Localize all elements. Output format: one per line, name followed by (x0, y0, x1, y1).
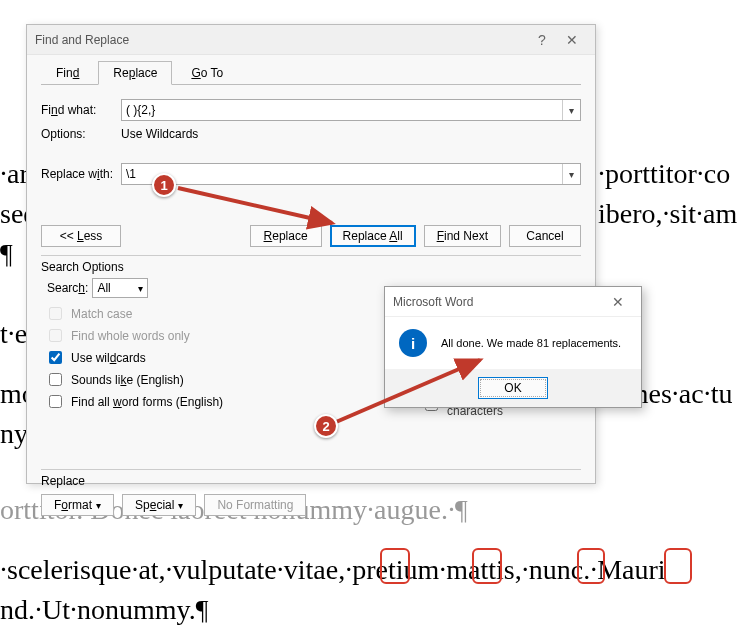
dialog-title: Find and Replace (35, 33, 527, 47)
highlight-box (380, 548, 410, 584)
replace-all-button[interactable]: Replace All (330, 225, 416, 247)
cancel-button[interactable]: Cancel (509, 225, 581, 247)
search-options-title: Search Options (41, 255, 581, 274)
message-title: Microsoft Word (393, 295, 603, 309)
doc-text-line: ·porttitor·co (598, 154, 730, 194)
callout-2: 2 (314, 414, 338, 438)
replace-with-input[interactable]: ▾ (121, 163, 581, 185)
tab-strip: Find Replace Go To (27, 55, 595, 85)
doc-text-line: ·scelerisque·at,·vulputate·vitae,·pretiu… (0, 550, 666, 590)
options-label: Options: (41, 127, 121, 141)
message-text: All done. We made 81 replacements. (441, 337, 621, 349)
doc-text-line: nd.·Ut·nonummy.¶ (0, 590, 208, 630)
ok-button[interactable]: OK (478, 377, 548, 399)
find-what-input[interactable]: ▾ (121, 99, 581, 121)
chevron-down-icon[interactable]: ▾ (562, 164, 580, 184)
find-what-label: Find what: (41, 103, 121, 117)
tab-replace[interactable]: Replace (98, 61, 172, 85)
tab-find[interactable]: Find (41, 61, 94, 85)
tab-goto[interactable]: Go To (176, 61, 238, 85)
search-direction-label: Search: (47, 281, 88, 295)
highlight-box (577, 548, 605, 584)
no-formatting-button: No Formatting (204, 494, 306, 516)
close-icon[interactable]: ✕ (557, 32, 587, 48)
replace-button[interactable]: Replace (250, 225, 322, 247)
replace-with-label: Replace with: (41, 167, 121, 181)
chevron-down-icon[interactable]: ▾ (562, 100, 580, 120)
message-titlebar[interactable]: Microsoft Word ✕ (385, 287, 641, 317)
search-direction-select[interactable]: All ▾ (92, 278, 148, 298)
doc-text-line: ¶ (0, 234, 13, 274)
help-button[interactable]: ? (527, 32, 557, 48)
message-box: Microsoft Word ✕ i All done. We made 81 … (384, 286, 642, 408)
close-icon[interactable]: ✕ (603, 294, 633, 310)
chevron-down-icon: ▾ (138, 283, 143, 294)
doc-text-line: ibero,·sit·am (598, 194, 737, 234)
replace-with-field[interactable] (122, 164, 562, 184)
replace-section-label: Replace (41, 474, 581, 488)
less-button[interactable]: << Less (41, 225, 121, 247)
callout-1: 1 (152, 173, 176, 197)
find-replace-dialog: Find and Replace ? ✕ Find Replace Go To … (26, 24, 596, 484)
info-icon: i (399, 329, 427, 357)
highlight-box (472, 548, 502, 584)
doc-text-line: ·ar (0, 154, 29, 194)
highlight-box (664, 548, 692, 584)
find-what-field[interactable] (122, 100, 562, 120)
dialog-titlebar[interactable]: Find and Replace ? ✕ (27, 25, 595, 55)
find-next-button[interactable]: Find Next (424, 225, 501, 247)
options-value: Use Wildcards (121, 127, 198, 141)
doc-text-line: ny (0, 414, 28, 454)
doc-text-line: t·e (0, 314, 27, 354)
format-button[interactable]: Format▾ (41, 494, 114, 516)
special-button[interactable]: Special▾ (122, 494, 196, 516)
